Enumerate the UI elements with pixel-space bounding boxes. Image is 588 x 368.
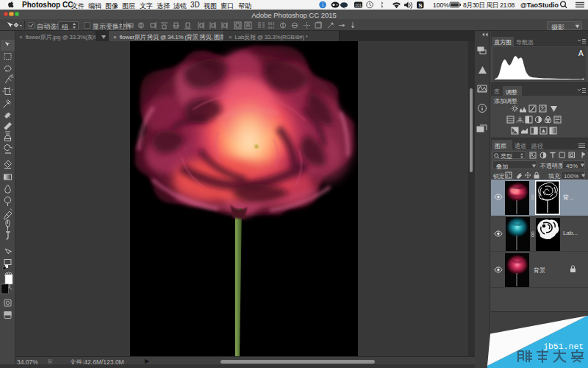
svg-text:101: 101 <box>355 3 362 7</box>
svg-text:100%: 100% <box>433 1 449 9</box>
svg-text:i: i <box>322 1 323 8</box>
svg-text:S: S <box>418 2 423 9</box>
svg-text:A: A <box>578 49 584 57</box>
